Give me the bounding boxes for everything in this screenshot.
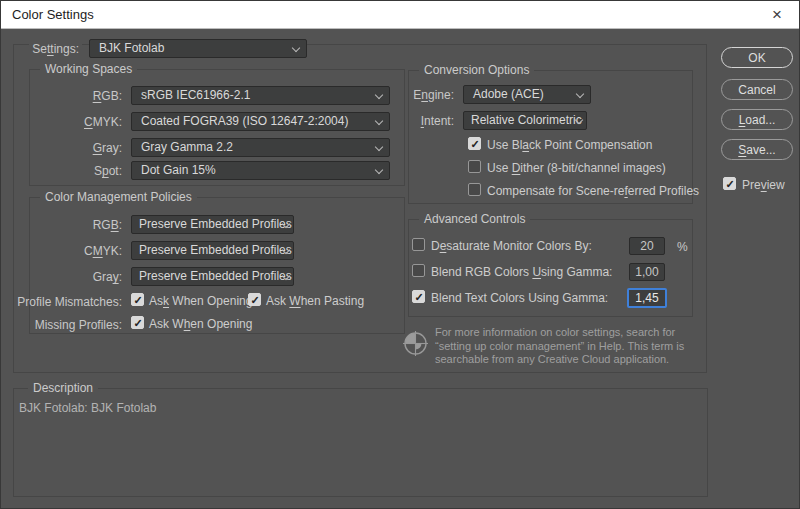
ws-rgb-select[interactable]: sRGB IEC61966-2.1 [131, 86, 390, 105]
chevron-down-icon [375, 117, 383, 125]
close-icon[interactable]: × [759, 1, 795, 28]
settings-label: Settings: [29, 42, 82, 56]
black-point-label[interactable]: Use Black Point Compensation [487, 138, 652, 152]
desaturate-checkbox[interactable] [412, 238, 425, 251]
missing-profiles-label: Missing Profiles: [35, 318, 122, 332]
blend-text-label[interactable]: Blend Text Colors Using Gamma: [431, 291, 608, 305]
blend-rgb-checkbox[interactable] [412, 264, 425, 277]
chevron-down-icon [576, 90, 584, 98]
ok-button[interactable]: OK [721, 47, 793, 68]
engine-select[interactable]: Adobe (ACE) [463, 85, 591, 104]
pol-rgb-select[interactable]: Preserve Embedded Profiles [131, 215, 294, 234]
ws-cmyk-label: CMYK: [84, 115, 122, 129]
desaturate-unit: % [677, 240, 688, 254]
scene-referred-label[interactable]: Compensate for Scene-referred Profiles [487, 184, 699, 198]
mp-ask-opening-checkbox[interactable] [131, 316, 144, 329]
ws-rgb-label: RGB: [93, 89, 122, 103]
pol-rgb-label: RGB: [93, 218, 122, 232]
profile-mismatches-label: Profile Mismatches: [17, 295, 122, 309]
ws-gray-label: Gray: [93, 141, 122, 155]
pol-cmyk-select[interactable]: Preserve Embedded Profiles [131, 241, 294, 260]
save-button[interactable]: Save... [721, 139, 793, 160]
mp-ask-opening-label[interactable]: Ask When Opening [149, 317, 252, 331]
pm-ask-opening-checkbox[interactable] [131, 293, 144, 306]
color-settings-dialog: Color Settings × Settings: BJK Fotolab W… [0, 0, 800, 509]
info-note: For more information on color settings, … [435, 326, 699, 367]
blend-rgb-input[interactable] [629, 263, 665, 281]
cancel-button[interactable]: Cancel [721, 79, 793, 100]
scene-referred-checkbox[interactable] [468, 183, 481, 196]
description-title: Description [28, 381, 98, 395]
ws-cmyk-select[interactable]: Coated FOGRA39 (ISO 12647-2:2004) [131, 112, 390, 131]
intent-label: Intent: [421, 114, 454, 128]
ws-spot-label: Spot: [94, 164, 122, 178]
preview-label[interactable]: Preview [742, 178, 785, 192]
preview-checkbox[interactable] [723, 177, 736, 190]
pol-cmyk-label: CMYK: [84, 244, 122, 258]
blend-text-input[interactable] [627, 288, 667, 308]
pm-ask-pasting-label[interactable]: Ask When Pasting [266, 294, 364, 308]
pm-ask-pasting-checkbox[interactable] [248, 293, 261, 306]
chevron-down-icon [375, 91, 383, 99]
desaturate-input[interactable] [629, 237, 665, 255]
color-management-icon [402, 330, 429, 361]
ws-gray-select[interactable]: Gray Gamma 2.2 [131, 138, 390, 157]
advanced-title: Advanced Controls [419, 212, 530, 226]
pm-ask-opening-label[interactable]: Ask When Opening [149, 294, 252, 308]
blend-text-checkbox[interactable] [412, 290, 425, 303]
description-text: BJK Fotolab: BJK Fotolab [19, 401, 156, 415]
dither-checkbox[interactable] [468, 160, 481, 173]
settings-select[interactable]: BJK Fotolab [89, 39, 307, 58]
black-point-checkbox[interactable] [468, 137, 481, 150]
engine-label: Engine: [413, 88, 454, 102]
ws-spot-select[interactable]: Dot Gain 15% [131, 161, 390, 180]
titlebar: Color Settings × [1, 1, 799, 29]
chevron-down-icon [292, 44, 300, 52]
dither-label[interactable]: Use Dither (8-bit/channel images) [487, 161, 666, 175]
load-button[interactable]: Load... [721, 109, 793, 130]
conversion-title: Conversion Options [419, 63, 534, 77]
intent-select[interactable]: Relative Colorimetric [463, 111, 587, 130]
dialog-title: Color Settings [12, 1, 94, 29]
working-spaces-title: Working Spaces [40, 62, 137, 76]
pol-gray-select[interactable]: Preserve Embedded Profiles [131, 267, 294, 286]
blend-rgb-label[interactable]: Blend RGB Colors Using Gamma: [431, 265, 612, 279]
chevron-down-icon [375, 143, 383, 151]
pol-gray-label: Gray: [93, 270, 122, 284]
chevron-down-icon [375, 166, 383, 174]
policies-title: Color Management Policies [40, 190, 197, 204]
desaturate-label[interactable]: Desaturate Monitor Colors By: [431, 239, 592, 253]
